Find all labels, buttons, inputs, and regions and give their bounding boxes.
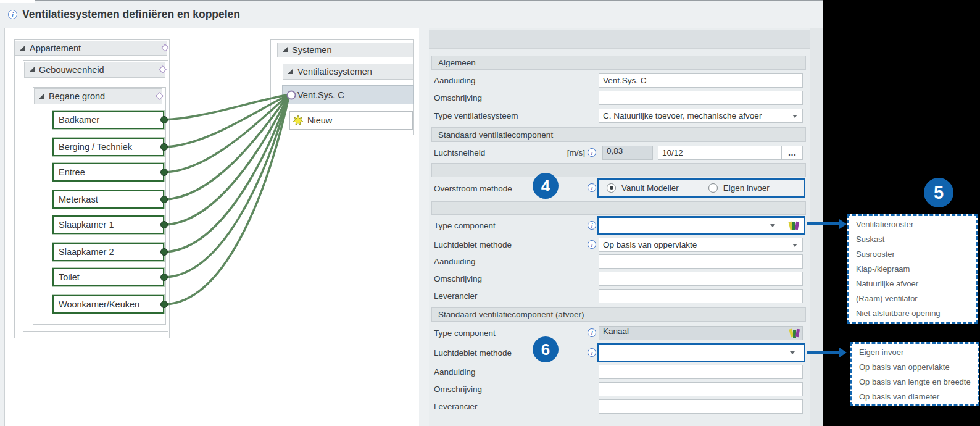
leverancier-toevoer-input[interactable] [599, 289, 803, 303]
tree-node-ventilatiesystemen[interactable]: Ventilatiesystemen [283, 64, 413, 80]
chevron-down-icon [770, 224, 775, 227]
option-item: Susrooster [856, 247, 976, 262]
vertical-scrollbar[interactable] [810, 28, 823, 426]
info-icon[interactable]: i [8, 10, 17, 19]
radio-eigen-invoer[interactable] [708, 183, 718, 193]
new-system-label: Nieuw [307, 115, 332, 125]
info-icon[interactable]: i [588, 221, 596, 230]
option-item: Op basis van diameter [859, 390, 978, 404]
option-item: Ventilatierooster [856, 217, 976, 232]
callout-arrow-6 [807, 351, 839, 354]
aanduiding-afvoer-input[interactable] [599, 365, 803, 379]
tree-node-label: Ventilatiesystemen [297, 67, 372, 77]
type-component-afvoer-field: Kanaal [599, 326, 803, 340]
room-label: Entree [59, 167, 85, 177]
omschrijving-input[interactable] [599, 91, 803, 105]
aanduiding-input[interactable] [599, 73, 803, 88]
room-label: Meterkast [59, 194, 98, 204]
field-value: 0,83 [607, 146, 623, 156]
expand-triangle-icon[interactable] [20, 45, 25, 51]
library-books-icon[interactable] [789, 220, 800, 230]
room-node-badkamer[interactable]: Badkamer [52, 111, 164, 129]
room-label: Slaapkamer 2 [59, 247, 114, 257]
radio-label: Vanuit Modeller [621, 183, 679, 193]
type-component-label: Type component [434, 219, 496, 233]
expand-triangle-icon[interactable] [29, 67, 35, 72]
leverancier-label: Leverancier [434, 399, 478, 414]
tree-node-begane-grond[interactable]: Begane grond [34, 88, 162, 104]
spacer-band [431, 163, 806, 177]
omschrijving-label: Omschrijving [434, 272, 482, 286]
type-component-label: Type component [434, 326, 496, 340]
expand-triangle-icon[interactable] [39, 93, 44, 99]
room-label: Badkamer [59, 115, 99, 125]
luchtdebiet-methode-dropdown[interactable]: Op basis van oppervlakte [599, 238, 803, 252]
room-node-woonkamer-keuken[interactable]: Woonkamer/Keuken [52, 295, 164, 314]
aanduiding-toevoer-input[interactable] [599, 254, 803, 269]
luchtdebiet-afvoer-dropdown-highlight [597, 343, 805, 362]
luchtdebiet-methode-label: Luchtdebiet methode [434, 346, 512, 360]
type-component-dropdown[interactable] [599, 218, 804, 233]
info-icon[interactable]: i [588, 183, 596, 192]
ellipsis-button[interactable]: … [781, 146, 803, 160]
aanduiding-label: Aanduiding [434, 365, 476, 379]
mapping-canvas: Appartement Gebouweenheid Begane grond B… [4, 28, 419, 426]
section-header-algemeen: Algemeen [431, 56, 806, 70]
section-title: Standaard ventilatiecomponent [438, 130, 553, 140]
omschrijving-toevoer-input[interactable] [599, 272, 803, 286]
leverancier-label: Leverancier [434, 289, 478, 303]
type-ventilatiesysteem-dropdown[interactable]: C. Natuurlijke toevoer, mechanische afvo… [599, 109, 803, 123]
room-node-meterkast[interactable]: Meterkast [52, 190, 164, 209]
leverancier-afvoer-input[interactable] [599, 399, 803, 414]
luchtsnelheid-ratio-input[interactable] [658, 146, 781, 160]
room-node-slaapkamer-2[interactable]: Slaapkamer 2 [52, 243, 164, 261]
tree-node-appartement[interactable]: Appartement [15, 41, 167, 56]
system-node-label: Vent.Sys. C [297, 90, 344, 100]
callout-badge-6: 6 [533, 336, 559, 362]
panel-toolbar-band [429, 30, 810, 49]
room-node-berging[interactable]: Berging / Techniek [52, 138, 164, 156]
new-star-icon [293, 115, 304, 126]
info-icon[interactable]: i [588, 240, 596, 249]
option-item: Natuurlijke afvoer [856, 277, 976, 291]
room-label: Berging / Techniek [59, 142, 132, 152]
luchtdebiet-afvoer-dropdown[interactable] [599, 345, 804, 361]
luchtdebiet-methode-label: Luchtdebiet methode [434, 238, 512, 252]
callout-arrow-5 [807, 222, 839, 225]
tree-node-gebouweenheid[interactable]: Gebouweenheid [24, 62, 165, 78]
system-node-vent-sys-c[interactable]: Vent.Sys. C [282, 85, 414, 104]
tree-node-systemen[interactable]: Systemen [277, 43, 413, 57]
room-node-slaapkamer-1[interactable]: Slaapkamer 1 [52, 215, 164, 234]
option-item: Op basis van lengte en breedte [859, 375, 978, 390]
luchtdebiet-options-list: Eigen invoer Op basis van oppervlakte Op… [850, 342, 979, 406]
type-component-dropdown-highlight [597, 216, 805, 235]
info-icon[interactable]: i [588, 348, 596, 357]
room-node-entree[interactable]: Entree [52, 163, 164, 182]
library-books-icon[interactable] [789, 328, 800, 338]
section-header-standaard-component: Standaard ventilatiecomponent [431, 127, 806, 142]
expand-triangle-icon[interactable] [282, 47, 288, 52]
dropdown-value: C. Natuurlijke toevoer, mechanische afvo… [603, 111, 762, 120]
new-system-button[interactable]: Nieuw [289, 111, 413, 130]
radio-vanuit-modeller[interactable] [607, 183, 616, 193]
expand-triangle-icon[interactable] [288, 69, 293, 74]
screen: i Ventilatiesystemen definiëren en koppe… [0, 0, 980, 426]
badge-number: 5 [934, 183, 944, 203]
room-label: Toilet [59, 272, 80, 282]
room-node-toilet[interactable]: Toilet [52, 268, 164, 286]
luchtsnelheid-value-field: 0,83 [602, 146, 653, 160]
chevron-down-icon [792, 115, 797, 118]
room-label: Slaapkamer 1 [59, 220, 114, 230]
radio-label: Eigen invoer [723, 183, 770, 193]
omschrijving-afvoer-input[interactable] [599, 382, 803, 396]
info-icon[interactable]: i [588, 148, 596, 157]
spacer-band [431, 201, 806, 215]
tree-node-label: Appartement [30, 43, 81, 53]
info-icon[interactable]: i [588, 328, 596, 337]
luchtsnelheid-unit: [m/s] [540, 146, 585, 160]
page-header: i Ventilatiesystemen definiëren en koppe… [0, 1, 823, 28]
callout-badge-5: 5 [924, 178, 953, 207]
option-item: Op basis van oppervlakte [859, 360, 978, 375]
option-item: Niet afsluitbare opening [856, 306, 976, 321]
dropdown-value: Op basis van oppervlakte [603, 240, 697, 249]
